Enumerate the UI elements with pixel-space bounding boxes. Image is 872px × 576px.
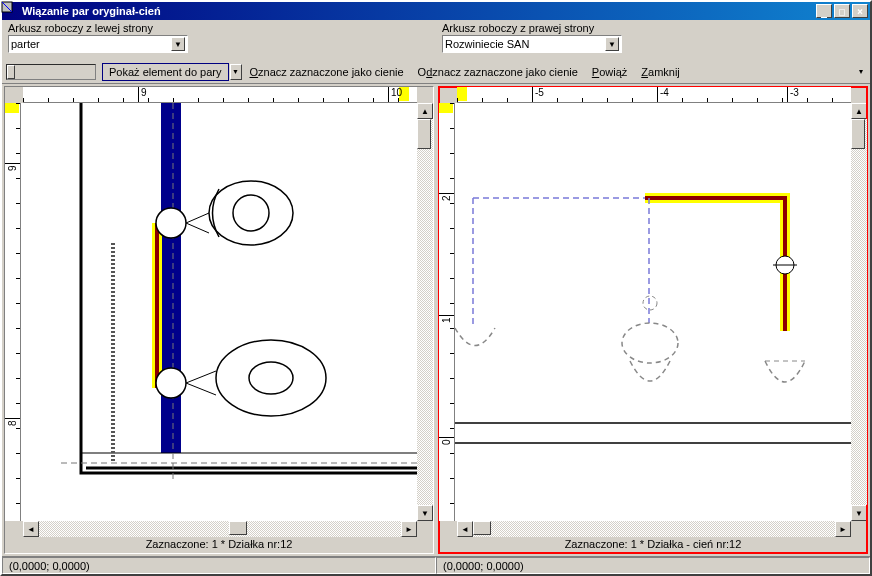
left-sheet-value: parter [11, 38, 171, 50]
svg-point-12 [156, 368, 186, 398]
svg-rect-2 [81, 103, 417, 473]
scroll-up-button[interactable]: ▲ [851, 103, 867, 119]
svg-rect-4 [161, 103, 181, 453]
svg-line-15 [186, 213, 209, 223]
scroll-right-button[interactable]: ► [835, 521, 851, 537]
slider-thumb[interactable] [7, 65, 15, 79]
right-canvas[interactable] [455, 103, 851, 521]
close-window-button[interactable]: × [852, 4, 868, 18]
scrollbar-corner [851, 521, 867, 537]
left-ruler-vertical: 98 [5, 103, 21, 521]
app-icon [4, 4, 18, 18]
left-horizontal-scrollbar[interactable]: ◄ ► [23, 521, 417, 537]
chevron-down-icon: ▼ [171, 37, 185, 51]
bind-menu[interactable]: Powiąż [586, 64, 633, 80]
zoom-slider[interactable] [6, 64, 96, 80]
ruler-marker [457, 87, 467, 101]
right-sheet-label: Arkusz roboczy z prawej strony [442, 22, 864, 34]
ruler-marker [5, 103, 19, 113]
left-pane: 910 98 [4, 86, 434, 554]
svg-line-16 [186, 223, 209, 233]
titlebar: Wiązanie par oryginał-cień _ □ × [2, 2, 870, 20]
worksheet-selectors: Arkusz roboczy z lewej strony parter ▼ A… [2, 20, 870, 60]
toolbar-overflow[interactable]: ▾ [856, 66, 866, 78]
svg-point-14 [233, 195, 269, 231]
close-menu[interactable]: Zamknij [635, 64, 686, 80]
svg-point-18 [249, 362, 293, 394]
window-title: Wiązanie par oryginał-cień [22, 5, 814, 17]
left-sheet-label: Arkusz roboczy z lewej strony [8, 22, 430, 34]
status-left-coords: (0,0000; 0,0000) [2, 557, 436, 574]
statusbar: (0,0000; 0,0000) (0,0000; 0,0000) [2, 556, 870, 574]
main-window: Wiązanie par oryginał-cień _ □ × Arkusz … [0, 0, 872, 576]
scrollbar-thumb[interactable] [473, 521, 491, 535]
scroll-up-button[interactable]: ▲ [417, 103, 433, 119]
left-selection-status: Zaznaczone: 1 * Działka nr:12 [5, 537, 433, 553]
scroll-right-button[interactable]: ► [401, 521, 417, 537]
show-pair-button[interactable]: Pokaż element do pary [102, 63, 229, 81]
status-right-coords: (0,0000; 0,0000) [436, 557, 870, 574]
scroll-down-button[interactable]: ▼ [851, 505, 867, 521]
right-pane: -5-4-3 210 [438, 86, 868, 554]
right-sheet-value: Rozwiniecie SAN [445, 38, 605, 50]
left-vertical-scrollbar[interactable]: ▲ ▼ [417, 103, 433, 521]
toolbar: Pokaż element do pary ▼ Oznacz zaznaczon… [2, 60, 870, 84]
scroll-left-button[interactable]: ◄ [23, 521, 39, 537]
scrollbar-corner [417, 521, 433, 537]
left-ruler-horizontal: 910 [23, 87, 417, 103]
left-canvas[interactable] [21, 103, 417, 521]
svg-point-11 [156, 208, 186, 238]
maximize-button[interactable]: □ [834, 4, 850, 18]
svg-point-17 [216, 340, 326, 416]
scroll-down-button[interactable]: ▼ [417, 505, 433, 521]
right-selection-status: Zaznaczone: 1 * Działka - cień nr:12 [439, 537, 867, 553]
svg-line-20 [186, 383, 216, 395]
scrollbar-thumb[interactable] [851, 119, 865, 149]
svg-point-13 [209, 181, 293, 245]
scroll-left-button[interactable]: ◄ [457, 521, 473, 537]
right-ruler-horizontal: -5-4-3 [457, 87, 851, 103]
right-ruler-vertical: 210 [439, 103, 455, 521]
mark-shadows-menu[interactable]: Oznacz zaznaczone jako cienie [244, 64, 410, 80]
svg-line-19 [186, 371, 216, 383]
show-pair-dropdown[interactable]: ▼ [230, 64, 242, 80]
minimize-button[interactable]: _ [816, 4, 832, 18]
chevron-down-icon: ▼ [605, 37, 619, 51]
right-vertical-scrollbar[interactable]: ▲ ▼ [851, 103, 867, 521]
scrollbar-thumb[interactable] [229, 521, 247, 535]
ruler-marker [439, 103, 453, 113]
right-horizontal-scrollbar[interactable]: ◄ ► [457, 521, 851, 537]
svg-point-29 [643, 296, 657, 310]
left-sheet-dropdown[interactable]: parter ▼ [8, 35, 188, 53]
right-sheet-dropdown[interactable]: Rozwiniecie SAN ▼ [442, 35, 622, 53]
unmark-shadows-menu[interactable]: Odznacz zaznaczone jako cienie [412, 64, 584, 80]
scrollbar-thumb[interactable] [417, 119, 431, 149]
svg-point-28 [622, 323, 678, 363]
